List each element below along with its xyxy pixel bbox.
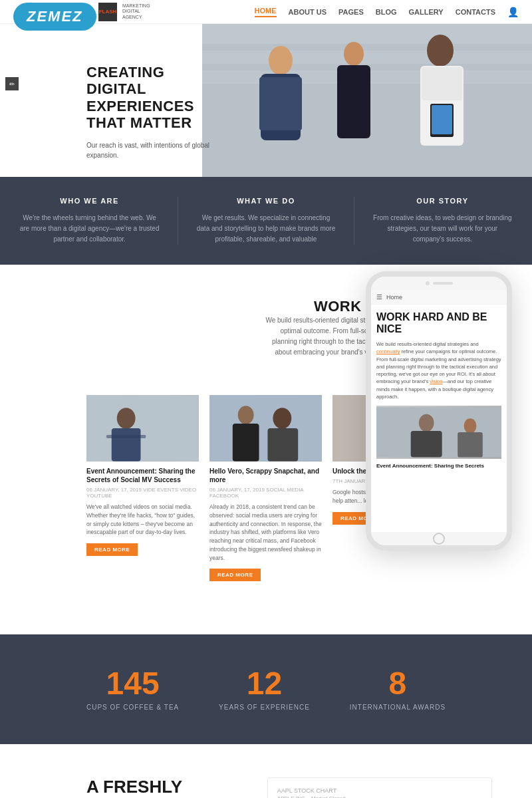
svg-rect-25: [233, 424, 259, 462]
nav-gallery[interactable]: GALLERY: [409, 8, 444, 16]
info-what-heading: WHAT WE DO: [195, 197, 337, 205]
svg-rect-8: [337, 65, 370, 138]
flash-logo: FLASH: [98, 3, 117, 21]
info-what-body: We get results. We specialize in connect…: [195, 213, 337, 245]
blog-card-1-meta: 06 JANUARY, 17, 2019 VIDE EVENTS VIDEO Y…: [86, 487, 199, 499]
nav-contacts[interactable]: CONTACTS: [456, 8, 495, 16]
svg-rect-19: [86, 395, 199, 461]
svg-point-9: [427, 35, 454, 66]
phone-body: We build results-oriented digital strate…: [376, 340, 501, 400]
info-who-heading: WHO WE ARE: [19, 197, 161, 205]
nav-about[interactable]: ABOUT US: [289, 8, 327, 16]
logo-badge[interactable]: ZEMEZ: [13, 3, 96, 31]
svg-point-4: [269, 46, 293, 75]
svg-point-20: [117, 408, 136, 429]
stat-col-1: 145 CUPS OF COFFEE & TEA: [86, 668, 179, 711]
info-who-body: We're the wheels turning behind the web.…: [19, 213, 161, 245]
phone-home-button[interactable]: [433, 533, 445, 545]
phone-caption: Event Announcement: Sharing the Secrets: [376, 463, 501, 469]
phone-screen-content: WORK HARD AND BE NICE We build results-o…: [371, 305, 507, 475]
phone-mockup: ☰ Home WORK HARD AND BE NICE We build re…: [366, 271, 512, 551]
info-divider-1: [178, 197, 178, 245]
info-strip: WHO WE ARE We're the wheels turning behi…: [0, 177, 532, 265]
phone-nav-label: Home: [386, 294, 402, 301]
blog-card-1-body: We've all watched videos on social media…: [86, 503, 199, 537]
stat-label-2: YEARS OF EXPERIENCE: [219, 704, 310, 711]
hero-subtitle: Our reach is vast, with intentions of gl…: [86, 140, 219, 160]
phone-top: [371, 277, 507, 290]
stock-chart-box: AAPL STOCK CHART APPLE INC. • Market Clo…: [267, 777, 492, 798]
stat-col-3: 8 INTERNATIONAL AWARDS: [350, 668, 446, 711]
hero-content: CREATING DIGITAL EXPERIENCES THAT MATTER…: [86, 64, 219, 160]
blog-card-1-title: Event Announcement: Sharing the Secrets …: [86, 467, 199, 484]
nav-pages[interactable]: PAGES: [338, 8, 364, 16]
stat-number-2: 12: [219, 668, 310, 700]
blog-card-2: Hello Vero, Scrappy Snapchat, and more 0…: [209, 395, 322, 581]
svg-rect-2: [202, 51, 532, 64]
flash-label: FLASH: [99, 9, 117, 15]
svg-point-17: [464, 418, 477, 434]
blog-card-2-title: Hello Vero, Scrappy Snapchat, and more: [209, 467, 322, 484]
main-nav: HOME ABOUT US PAGES BLOG GALLERY CONTACT…: [255, 7, 519, 17]
edit-button[interactable]: ✏: [5, 77, 19, 90]
stat-label-1: CUPS OF COFFEE & TEA: [86, 704, 179, 711]
svg-point-26: [273, 408, 291, 429]
work-section: WORK HARD AND BE NICE We build results-o…: [0, 265, 532, 634]
hero-section: ✏ CREATING DIGITAL EXPERIENCES THAT MAT: [0, 24, 532, 177]
stat-number-3: 8: [350, 668, 446, 700]
phone-bottom: [371, 532, 507, 545]
svg-rect-18: [458, 432, 483, 458]
phone-speaker: [433, 282, 453, 285]
svg-rect-11: [422, 67, 462, 100]
stat-label-3: INTERNATIONAL AWARDS: [350, 704, 446, 711]
svg-rect-16: [411, 431, 442, 457]
blog-card-1-image: [86, 395, 199, 462]
phone-hamburger-icon: ☰: [376, 293, 382, 301]
blog-card-1: Event Announcement: Sharing the Secrets …: [86, 395, 199, 581]
svg-rect-23: [209, 395, 322, 461]
blog-card-2-meta: 06 JANUARY, 17, 2019 SOCIAL MEDIA FACEBO…: [209, 487, 322, 499]
svg-point-7: [344, 42, 364, 66]
svg-point-15: [419, 414, 434, 432]
info-divider-2: [354, 197, 354, 245]
blog-card-2-image: [209, 395, 322, 462]
info-col-who: WHO WE ARE We're the wheels turning behi…: [12, 197, 168, 245]
svg-point-24: [238, 406, 254, 424]
svg-rect-21: [112, 428, 141, 462]
flash-subtitle: MARKETINGDIGITALAGENCY: [122, 3, 150, 20]
finance-section: A FRESHLY DIGITALIZED FINANS EXPERIENCE …: [0, 744, 532, 798]
info-col-story: OUR STORY From creative ideas, to web de…: [364, 197, 520, 245]
stock-chart-title: AAPL STOCK CHART: [277, 787, 482, 794]
phone-image-placeholder: [376, 406, 501, 459]
stock-company: APPLE INC. • Market Closed: [277, 795, 482, 798]
phone-screen: ☰ Home WORK HARD AND BE NICE We build re…: [371, 290, 507, 532]
blog-card-2-read-more[interactable]: READ MORE: [209, 569, 261, 581]
info-story-body: From creative ideas, to web design or br…: [371, 213, 513, 245]
info-col-what: WHAT WE DO We get results. We specialize…: [188, 197, 344, 245]
hero-image: [202, 24, 532, 177]
svg-rect-27: [267, 428, 298, 462]
finance-heading: A FRESHLY DIGITALIZED FINANS EXPERIENCE: [86, 777, 241, 798]
logo-text: ZEMEZ: [27, 8, 83, 25]
phone-nav-bar: ☰ Home: [371, 290, 507, 305]
nav-blog[interactable]: BLOG: [376, 8, 397, 16]
stat-number-1: 145: [86, 668, 179, 700]
svg-rect-6: [259, 77, 302, 130]
hero-title: CREATING DIGITAL EXPERIENCES THAT MATTER: [86, 64, 219, 131]
svg-rect-1: [202, 24, 532, 44]
stats-section: 145 CUPS OF COFFEE & TEA 12 YEARS OF EXP…: [0, 634, 532, 744]
nav-home[interactable]: HOME: [255, 7, 277, 17]
user-icon[interactable]: 👤: [507, 7, 519, 17]
info-story-heading: OUR STORY: [371, 197, 513, 205]
blog-card-1-read-more[interactable]: READ MORE: [86, 543, 138, 556]
stat-col-2: 12 YEARS OF EXPERIENCE: [219, 668, 310, 711]
svg-rect-22: [106, 435, 146, 438]
phone-heading: WORK HARD AND BE NICE: [376, 311, 501, 335]
svg-rect-13: [432, 105, 452, 134]
phone-camera: [426, 281, 430, 285]
finance-text: A FRESHLY DIGITALIZED FINANS EXPERIENCE …: [86, 777, 241, 798]
stats-inner: 145 CUPS OF COFFEE & TEA 12 YEARS OF EXP…: [66, 668, 466, 711]
blog-card-2-body: Already in 2018, a consistent trend can …: [209, 503, 322, 562]
